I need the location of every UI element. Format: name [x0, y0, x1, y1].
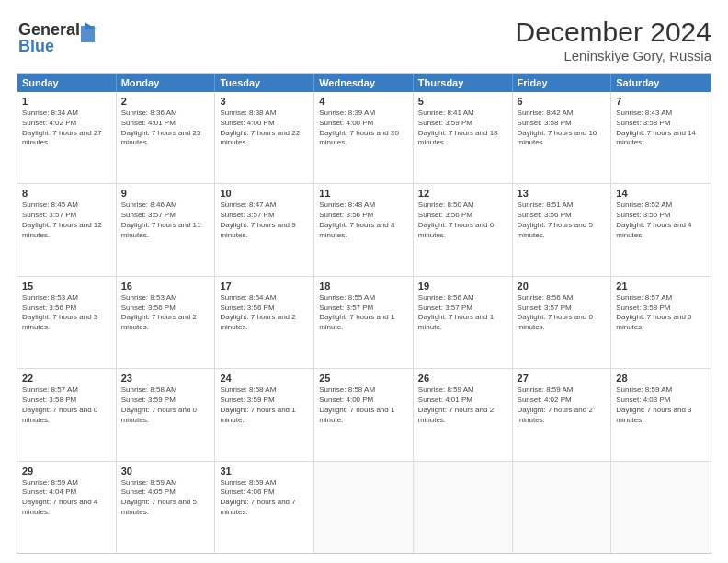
day-number: 20: [518, 281, 607, 292]
day-info: Sunrise: 8:59 AMSunset: 4:03 PMDaylight:…: [616, 385, 706, 425]
day-info: Sunrise: 8:59 AMSunset: 4:06 PMDaylight:…: [220, 478, 309, 518]
month-title: December 2024: [516, 17, 711, 48]
day-number: 22: [22, 373, 111, 384]
calendar-cell-4-1: 30Sunrise: 8:59 AMSunset: 4:05 PMDayligh…: [117, 462, 216, 553]
day-info: Sunrise: 8:52 AMSunset: 3:56 PMDaylight:…: [616, 201, 706, 240]
day-number: 14: [616, 188, 706, 199]
calendar-cell-4-3: [314, 462, 414, 553]
day-info: Sunrise: 8:58 AMSunset: 3:59 PMDaylight:…: [121, 385, 210, 425]
day-info: Sunrise: 8:45 AMSunset: 3:57 PMDaylight:…: [22, 201, 111, 240]
header-saturday: Saturday: [611, 74, 711, 92]
day-info: Sunrise: 8:48 AMSunset: 3:56 PMDaylight:…: [319, 201, 408, 240]
day-info: Sunrise: 8:55 AMSunset: 3:57 PMDaylight:…: [319, 293, 408, 333]
day-number: 6: [518, 96, 607, 107]
day-info: Sunrise: 8:59 AMSunset: 4:05 PMDaylight:…: [121, 478, 210, 518]
day-number: 12: [418, 188, 507, 199]
day-number: 26: [418, 373, 507, 384]
calendar-cell-4-6: [611, 462, 711, 553]
calendar-cell-2-2: 17Sunrise: 8:54 AMSunset: 3:56 PMDayligh…: [215, 277, 314, 368]
calendar-body: 1Sunrise: 8:34 AMSunset: 4:02 PMDaylight…: [17, 92, 711, 553]
calendar-cell-2-4: 19Sunrise: 8:56 AMSunset: 3:57 PMDayligh…: [414, 277, 513, 368]
day-info: Sunrise: 8:57 AMSunset: 3:58 PMDaylight:…: [616, 293, 706, 333]
day-number: 3: [220, 96, 309, 107]
day-info: Sunrise: 8:43 AMSunset: 3:58 PMDaylight:…: [616, 109, 706, 148]
day-info: Sunrise: 8:53 AMSunset: 3:56 PMDaylight:…: [121, 293, 210, 333]
calendar: Sunday Monday Tuesday Wednesday Thursday…: [17, 73, 711, 554]
calendar-cell-0-5: 6Sunrise: 8:42 AMSunset: 3:58 PMDaylight…: [513, 92, 612, 183]
header-wednesday: Wednesday: [314, 74, 414, 92]
day-number: 23: [121, 373, 210, 384]
day-number: 29: [22, 465, 111, 477]
day-number: 28: [616, 373, 706, 384]
header-monday: Monday: [117, 74, 216, 92]
day-info: Sunrise: 8:51 AMSunset: 3:56 PMDaylight:…: [518, 201, 607, 240]
title-block: December 2024 Leninskiye Gory, Russia: [516, 17, 711, 63]
header: General Blue December 2024 Leninskiye Go…: [17, 17, 711, 63]
day-info: Sunrise: 8:36 AMSunset: 4:01 PMDaylight:…: [121, 109, 210, 148]
calendar-cell-3-3: 25Sunrise: 8:58 AMSunset: 4:00 PMDayligh…: [314, 369, 414, 460]
calendar-cell-0-2: 3Sunrise: 8:38 AMSunset: 4:00 PMDaylight…: [215, 92, 314, 183]
calendar-cell-0-3: 4Sunrise: 8:39 AMSunset: 4:00 PMDaylight…: [314, 92, 414, 183]
calendar-cell-2-5: 20Sunrise: 8:56 AMSunset: 3:57 PMDayligh…: [513, 277, 612, 368]
calendar-cell-3-4: 26Sunrise: 8:59 AMSunset: 4:01 PMDayligh…: [414, 369, 513, 460]
day-number: 2: [121, 96, 210, 107]
calendar-cell-1-1: 9Sunrise: 8:46 AMSunset: 3:57 PMDaylight…: [117, 184, 216, 275]
calendar-cell-2-6: 21Sunrise: 8:57 AMSunset: 3:58 PMDayligh…: [611, 277, 711, 368]
day-number: 16: [121, 281, 210, 292]
day-info: Sunrise: 8:59 AMSunset: 4:02 PMDaylight:…: [518, 385, 607, 425]
calendar-cell-0-0: 1Sunrise: 8:34 AMSunset: 4:02 PMDaylight…: [17, 92, 117, 183]
day-number: 9: [121, 188, 210, 199]
day-info: Sunrise: 8:38 AMSunset: 4:00 PMDaylight:…: [220, 109, 309, 148]
day-number: 8: [22, 188, 111, 199]
day-number: 30: [121, 465, 210, 477]
day-info: Sunrise: 8:54 AMSunset: 3:56 PMDaylight:…: [220, 293, 309, 333]
calendar-cell-1-5: 13Sunrise: 8:51 AMSunset: 3:56 PMDayligh…: [513, 184, 612, 275]
calendar-cell-2-1: 16Sunrise: 8:53 AMSunset: 3:56 PMDayligh…: [117, 277, 216, 368]
calendar-header: Sunday Monday Tuesday Wednesday Thursday…: [17, 74, 711, 92]
calendar-cell-4-0: 29Sunrise: 8:59 AMSunset: 4:04 PMDayligh…: [17, 462, 117, 553]
location-title: Leninskiye Gory, Russia: [516, 48, 711, 63]
calendar-cell-4-2: 31Sunrise: 8:59 AMSunset: 4:06 PMDayligh…: [215, 462, 314, 553]
logo-icon: General Blue: [17, 17, 99, 57]
calendar-cell-4-4: [414, 462, 513, 553]
header-tuesday: Tuesday: [215, 74, 314, 92]
calendar-cell-3-2: 24Sunrise: 8:58 AMSunset: 3:59 PMDayligh…: [215, 369, 314, 460]
day-number: 18: [319, 281, 408, 292]
day-number: 21: [616, 281, 706, 292]
calendar-cell-1-0: 8Sunrise: 8:45 AMSunset: 3:57 PMDaylight…: [17, 184, 117, 275]
page: General Blue December 2024 Leninskiye Go…: [0, 0, 728, 563]
svg-text:General: General: [18, 20, 80, 39]
calendar-week-0: 1Sunrise: 8:34 AMSunset: 4:02 PMDaylight…: [17, 92, 711, 184]
day-number: 5: [418, 96, 507, 107]
day-number: 19: [418, 281, 507, 292]
logo: General Blue: [17, 17, 99, 57]
calendar-cell-1-4: 12Sunrise: 8:50 AMSunset: 3:56 PMDayligh…: [414, 184, 513, 275]
day-number: 13: [518, 188, 607, 199]
day-info: Sunrise: 8:50 AMSunset: 3:56 PMDaylight:…: [418, 201, 507, 240]
calendar-cell-3-5: 27Sunrise: 8:59 AMSunset: 4:02 PMDayligh…: [513, 369, 612, 460]
calendar-cell-3-1: 23Sunrise: 8:58 AMSunset: 3:59 PMDayligh…: [117, 369, 216, 460]
svg-marker-3: [85, 22, 97, 29]
day-number: 24: [220, 373, 309, 384]
header-sunday: Sunday: [17, 74, 117, 92]
day-number: 10: [220, 188, 309, 199]
day-info: Sunrise: 8:59 AMSunset: 4:01 PMDaylight:…: [418, 385, 507, 425]
calendar-cell-4-5: [513, 462, 612, 553]
header-friday: Friday: [513, 74, 612, 92]
header-thursday: Thursday: [414, 74, 513, 92]
day-info: Sunrise: 8:56 AMSunset: 3:57 PMDaylight:…: [518, 293, 607, 333]
calendar-week-2: 15Sunrise: 8:53 AMSunset: 3:56 PMDayligh…: [17, 277, 711, 369]
day-number: 15: [22, 281, 111, 292]
calendar-cell-2-3: 18Sunrise: 8:55 AMSunset: 3:57 PMDayligh…: [314, 277, 414, 368]
day-info: Sunrise: 8:58 AMSunset: 4:00 PMDaylight:…: [319, 385, 408, 425]
calendar-cell-2-0: 15Sunrise: 8:53 AMSunset: 3:56 PMDayligh…: [17, 277, 117, 368]
day-info: Sunrise: 8:53 AMSunset: 3:56 PMDaylight:…: [22, 293, 111, 333]
calendar-cell-1-2: 10Sunrise: 8:47 AMSunset: 3:57 PMDayligh…: [215, 184, 314, 275]
day-info: Sunrise: 8:34 AMSunset: 4:02 PMDaylight:…: [22, 109, 111, 148]
day-info: Sunrise: 8:59 AMSunset: 4:04 PMDaylight:…: [22, 478, 111, 518]
calendar-week-1: 8Sunrise: 8:45 AMSunset: 3:57 PMDaylight…: [17, 184, 711, 276]
day-number: 7: [616, 96, 706, 107]
day-number: 11: [319, 188, 408, 199]
day-info: Sunrise: 8:39 AMSunset: 4:00 PMDaylight:…: [319, 109, 408, 148]
day-number: 27: [518, 373, 607, 384]
